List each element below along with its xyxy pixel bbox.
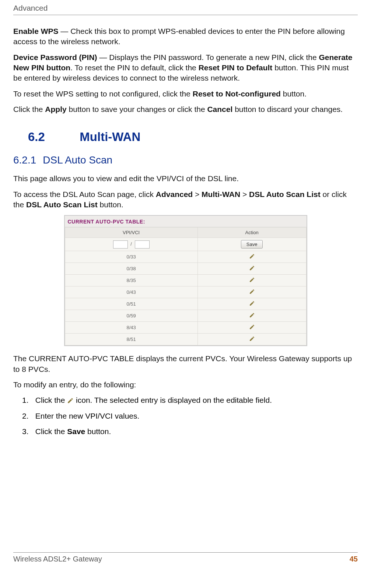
pvc-table-title: CURRENT AUTO-PVC TABLE:	[65, 216, 307, 227]
text: Click the	[35, 396, 67, 404]
pvc-value: 0/59	[65, 310, 197, 322]
step-number: 1.	[22, 395, 33, 405]
term-apply: Apply	[45, 105, 66, 113]
text: button.	[98, 200, 123, 209]
step-2: 2. Enter the new VPI/VCI values.	[22, 411, 358, 421]
subsection-number: 6.2.1	[13, 154, 36, 166]
section-heading: 6.2 Multi-WAN	[28, 130, 358, 144]
edit-icon[interactable]	[249, 290, 255, 296]
pvc-value: 8/43	[65, 322, 197, 334]
term-reset-pin-default: Reset PIN to Default	[199, 63, 273, 72]
subsection-heading: 6.2.1DSL Auto Scan	[13, 154, 358, 166]
text: button.	[281, 89, 307, 98]
table-row: 0/38	[65, 263, 306, 275]
page-number: 45	[350, 555, 358, 563]
pvc-value: 0/38	[65, 263, 197, 275]
pvc-col-action: Action	[197, 228, 306, 238]
edit-icon[interactable]	[249, 302, 255, 307]
step-number: 2.	[22, 411, 33, 421]
pvc-edit-row: / Save	[65, 238, 306, 251]
pvc-table: VPI/VCI Action / Save	[65, 227, 307, 345]
pvc-value: 8/51	[65, 334, 197, 345]
edit-icon[interactable]	[249, 325, 255, 331]
text: button.	[85, 427, 111, 436]
edit-icon[interactable]	[249, 278, 255, 284]
table-row: 0/51	[65, 298, 306, 310]
step-3: 3. Click the Save button.	[22, 426, 358, 437]
breadcrumb-advanced: Advanced	[156, 190, 193, 198]
text: To access the DSL Auto Scan page, click	[13, 190, 156, 198]
term-reset-not-configured: Reset to Not-configured	[193, 89, 281, 98]
paragraph-device-password: Device Password (PIN) — Displays the PIN…	[13, 52, 358, 84]
paragraph-reset-wps: To reset the WPS setting to not configur…	[13, 89, 358, 99]
page-header: Advanced	[13, 4, 358, 15]
paragraph-apply-cancel: Click the Apply button to save your chan…	[13, 104, 358, 115]
paragraph-modify-entry: To modify an entry, do the following:	[13, 380, 358, 390]
section-title: Multi-WAN	[80, 130, 140, 144]
table-row: 8/51	[65, 334, 306, 345]
text: >	[240, 190, 249, 198]
subsection-title: DSL Auto Scan	[43, 154, 112, 166]
text: — Displays the PIN password. To generate…	[97, 53, 319, 61]
section-number: 6.2	[28, 130, 45, 144]
pvc-value: 0/33	[65, 251, 197, 263]
term-device-password: Device Password (PIN)	[13, 53, 97, 61]
term-save: Save	[67, 427, 85, 436]
paragraph-pvc-support: The CURRENT AUTO-PVC TABLE displays the …	[13, 353, 358, 374]
paragraph-dsl-intro: This page allows you to view and edit th…	[13, 173, 358, 184]
pvc-value: 8/35	[65, 275, 197, 286]
page-footer: Wireless ADSL2+ Gateway 45	[13, 552, 358, 563]
table-row: 8/35	[65, 275, 306, 286]
text: button to save your changes or click the	[67, 105, 207, 113]
save-button[interactable]: Save	[241, 240, 263, 249]
step-1: 1. Click the icon. The selected entry is…	[22, 395, 358, 405]
edit-icon	[67, 396, 74, 404]
pvc-col-vpivci: VPI/VCI	[65, 228, 197, 238]
ordered-steps: 1. Click the icon. The selected entry is…	[22, 395, 358, 437]
screenshot-pvc-table: CURRENT AUTO-PVC TABLE: VPI/VCI Action /	[64, 215, 307, 346]
term-dsl-auto-scan-list-button: DSL Auto Scan List	[26, 200, 98, 209]
paragraph-dsl-access: To access the DSL Auto Scan page, click …	[13, 189, 358, 210]
text: Click the	[13, 105, 45, 113]
paragraph-enable-wps: Enable WPS — Check this box to prompt WP…	[13, 26, 358, 47]
text: icon. The selected entry is displayed on…	[74, 396, 272, 404]
table-row: 0/43	[65, 286, 306, 298]
step-number: 3.	[22, 426, 33, 437]
vci-input[interactable]	[135, 240, 150, 249]
vpi-input[interactable]	[113, 240, 128, 249]
text: To reset the WPS setting to not configur…	[13, 89, 193, 98]
text: button to discard your changes.	[232, 105, 343, 113]
edit-icon[interactable]	[249, 337, 255, 343]
pvc-value: 0/43	[65, 286, 197, 298]
term-cancel: Cancel	[207, 105, 232, 113]
text: — Check this box to prompt WPS-enabled d…	[13, 27, 345, 46]
footer-product: Wireless ADSL2+ Gateway	[13, 555, 102, 563]
breadcrumb-dsl-auto-scan-list: DSL Auto Scan List	[249, 190, 321, 198]
text: Enter the new VPI/VCI values.	[35, 412, 139, 420]
table-row: 0/59	[65, 310, 306, 322]
pvc-value: 0/51	[65, 298, 197, 310]
edit-icon[interactable]	[249, 255, 255, 260]
term-enable-wps: Enable WPS	[13, 27, 59, 35]
table-row: 8/43	[65, 322, 306, 334]
edit-icon[interactable]	[249, 267, 255, 272]
edit-icon[interactable]	[249, 314, 255, 319]
text: Click the	[35, 427, 67, 436]
slash-separator: /	[130, 241, 132, 247]
text: . To reset the PIN to default, click the	[70, 63, 198, 72]
breadcrumb-multiwan: Multi-WAN	[202, 190, 240, 198]
table-row: 0/33	[65, 251, 306, 263]
text: >	[193, 190, 202, 198]
